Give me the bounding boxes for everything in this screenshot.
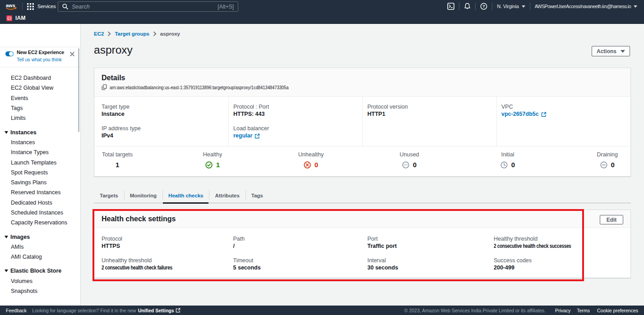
field-value: 2 consecutive health check successes: [494, 243, 571, 250]
tab-monitoring[interactable]: Monitoring: [124, 188, 162, 203]
field-value: IPv4: [102, 132, 224, 139]
breadcrumb-target-groups[interactable]: Target groups: [115, 31, 149, 37]
details-card-header: Details arn:aws:elasticloadbalancing:us-…: [94, 68, 630, 97]
sidebar-item-capacity-reservations[interactable]: Capacity Reservations: [0, 218, 80, 228]
sidebar-item-volumes[interactable]: Volumes: [0, 276, 80, 286]
sidebar-item-reserved-instances[interactable]: Reserved Instances: [0, 187, 80, 197]
field-value: 5 seconds: [233, 265, 359, 271]
iam-service-icon: [6, 15, 12, 21]
sidebar-item-limits[interactable]: Limits: [0, 113, 80, 123]
field-label: Target type: [102, 103, 224, 110]
help-button[interactable]: ?: [480, 3, 487, 10]
chevron-right-icon: [153, 32, 157, 36]
tab-attributes[interactable]: Attributes: [209, 188, 245, 203]
search-shortcut-hint: [Alt+S]: [218, 4, 234, 10]
health-check-settings-heading: Health check settings: [102, 215, 630, 223]
aws-logo-icon[interactable]: aws: [5, 3, 18, 10]
sidebar-item-ec2-global-view[interactable]: EC2 Global View: [0, 83, 80, 93]
privacy-link[interactable]: Privacy: [555, 308, 570, 313]
triangle-down-icon: [5, 236, 8, 238]
favorites-bar: IAM: [0, 13, 644, 24]
field-value: 30 seconds: [367, 265, 485, 271]
new-experience-toggle[interactable]: [5, 51, 14, 56]
counter-draining: Draining 0: [597, 151, 618, 176]
field-label: Protocol: [102, 235, 224, 242]
sidebar-section-elastic-block-store[interactable]: Elastic Block Store: [0, 266, 80, 276]
region-selector[interactable]: N. Virginia: [497, 4, 525, 9]
favorite-iam[interactable]: IAM: [6, 15, 26, 21]
feedback-button[interactable]: Feedback: [6, 308, 27, 313]
health-card-header: Health check settings Edit: [94, 210, 630, 228]
field-label: Protocol : Port: [233, 103, 358, 110]
sidebar-item-scheduled-instances[interactable]: Scheduled Instances: [0, 208, 80, 218]
bell-icon: [464, 3, 471, 10]
details-grid: Target type Instance IP address type IPv…: [94, 97, 630, 146]
counter-unhealthy: Unhealthy 0: [298, 151, 324, 176]
account-label: AWSPowerUserAccess/navaneeth.kn@harness.…: [535, 4, 631, 9]
health-check-grid: Protocol HTTPS Unhealthy threshold 2 con…: [94, 228, 630, 278]
field-label: Healthy threshold: [494, 235, 626, 242]
sidebar-item-spot-requests[interactable]: Spot Requests: [0, 168, 80, 178]
field-value: Traffic port: [367, 243, 485, 250]
counter-healthy: Healthy 1: [203, 151, 222, 176]
account-menu[interactable]: AWSPowerUserAccess/navaneeth.kn@harness.…: [535, 4, 637, 9]
unified-settings-link[interactable]: Unified Settings: [138, 308, 181, 313]
sidebar-item-ec2-dashboard[interactable]: EC2 Dashboard: [0, 73, 80, 83]
sidebar-scrollbar[interactable]: [78, 48, 79, 132]
close-icon[interactable]: [70, 52, 74, 56]
ellipsis-circle-icon: [402, 161, 409, 169]
sidebar-section-images[interactable]: Images: [0, 232, 80, 242]
field-label: Port: [367, 235, 485, 242]
new-experience-title: New EC2 Experience: [17, 50, 64, 55]
tab-targets[interactable]: Targets: [94, 188, 124, 203]
sidebar-header-space: [0, 24, 80, 47]
terms-link[interactable]: Terms: [577, 308, 590, 313]
svg-text:?: ?: [483, 4, 486, 9]
search-input[interactable]: Search [Alt+S]: [58, 1, 238, 12]
sidebar-item-launch-templates[interactable]: Launch Templates: [0, 157, 80, 167]
sidebar-item-dedicated-hosts[interactable]: Dedicated Hosts: [0, 198, 80, 208]
edit-button[interactable]: Edit: [600, 215, 623, 224]
external-link-icon: [255, 133, 260, 139]
sidebar-item-savings-plans[interactable]: Savings Plans: [0, 178, 80, 187]
sidebar-item-amis[interactable]: AMIs: [0, 242, 80, 252]
cloudshell-button[interactable]: [447, 3, 454, 10]
region-label: N. Virginia: [497, 4, 519, 9]
chevron-down-icon: [522, 5, 525, 8]
field-value: 200-499: [494, 265, 626, 271]
services-menu-button[interactable]: Services: [27, 3, 56, 10]
help-question-icon: ?: [480, 3, 487, 10]
clock-circle-icon: [500, 161, 508, 169]
sidebar: New EC2 Experience Tell us what you thin…: [0, 24, 81, 306]
sidebar-item-instance-types[interactable]: Instance Types: [0, 147, 80, 157]
page-title: asproxy: [94, 44, 133, 56]
nav-divider: [459, 3, 459, 10]
field-label: Timeout: [233, 257, 359, 264]
sidebar-item-instances[interactable]: Instances: [0, 137, 80, 147]
field-label: Protocol version: [367, 103, 492, 110]
sidebar-item-events[interactable]: Events: [0, 93, 80, 103]
sidebar-section-instances[interactable]: Instances: [0, 127, 80, 137]
sidebar-item-ami-catalog[interactable]: AMI Catalog: [0, 252, 80, 262]
tell-us-link[interactable]: Tell us what you think: [17, 57, 62, 62]
cookie-preferences-link[interactable]: Cookie preferences: [597, 308, 638, 313]
nav-divider: [492, 3, 492, 10]
search-placeholder: Search: [72, 4, 218, 10]
tab-tags[interactable]: Tags: [246, 188, 269, 203]
services-label: Services: [37, 4, 56, 9]
x-circle-icon: [304, 161, 311, 169]
vpc-link[interactable]: vpc-2657db5c: [501, 111, 626, 118]
load-balancer-link[interactable]: regular: [233, 132, 358, 139]
field-label: Interval: [367, 257, 485, 264]
tab-health-checks[interactable]: Health checks: [162, 188, 209, 203]
sidebar-item-tags[interactable]: Tags: [0, 103, 80, 113]
sidebar-item-snapshots[interactable]: Snapshots: [0, 286, 80, 296]
copy-icon[interactable]: [102, 84, 107, 90]
triangle-down-icon: [5, 131, 8, 134]
field-value: HTTPS: 443: [233, 111, 358, 118]
details-heading: Details: [102, 74, 630, 82]
notifications-button[interactable]: [464, 3, 471, 10]
breadcrumb-ec2[interactable]: EC2: [94, 31, 104, 37]
triangle-down-icon: [5, 269, 8, 272]
actions-button[interactable]: Actions: [592, 46, 630, 56]
